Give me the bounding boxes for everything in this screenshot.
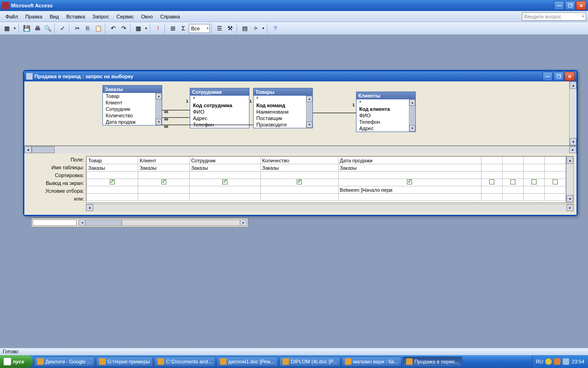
grid-cell[interactable] xyxy=(138,172,189,179)
show-checkbox[interactable] xyxy=(110,179,115,184)
grid-vscrollbar[interactable]: ▴ ▾ xyxy=(566,156,574,203)
menu-help[interactable]: Справка xyxy=(157,12,184,21)
menu-window[interactable]: Окно xyxy=(137,12,157,21)
volume-icon[interactable] xyxy=(563,358,569,365)
taskbar-item[interactable]: C:\Documents and... xyxy=(154,356,215,367)
grid-cell[interactable] xyxy=(502,194,523,201)
scroll-thumb[interactable] xyxy=(32,146,55,153)
table-field[interactable]: Код клиента xyxy=(356,106,415,112)
grid-cell[interactable]: Количество xyxy=(260,157,338,164)
menu-edit[interactable]: Правка xyxy=(22,12,46,21)
table-scrollbar[interactable]: ▴▾ xyxy=(155,93,162,125)
dbwindow-button[interactable]: ▤ xyxy=(240,23,250,34)
table-field[interactable]: Дата продаж xyxy=(103,119,162,125)
grid-cell[interactable]: Between [Начало пери xyxy=(338,186,481,194)
grid-cell[interactable]: Дата продажи xyxy=(338,157,481,164)
view-button[interactable]: ▦ xyxy=(2,23,12,34)
undo-button[interactable]: ↶ xyxy=(108,23,118,34)
table-field[interactable]: * xyxy=(254,96,312,102)
table-title[interactable]: Товары xyxy=(254,88,312,96)
menu-view[interactable]: Вид xyxy=(46,12,62,21)
taskbar-item[interactable]: магазин вари : ба... xyxy=(342,356,401,367)
newobj-dropdown[interactable]: ▾ xyxy=(261,23,266,34)
taskbar-item[interactable]: Диалоги - Google ... xyxy=(34,356,95,367)
querytype-button[interactable]: ▦ xyxy=(133,23,143,34)
start-button[interactable]: пуск xyxy=(0,355,33,368)
show-checkbox[interactable] xyxy=(553,179,558,184)
help-button[interactable]: ? xyxy=(270,23,280,34)
table-title[interactable]: Заказы xyxy=(103,86,162,93)
grid-cell[interactable] xyxy=(544,157,565,164)
show-checkbox[interactable] xyxy=(510,179,515,184)
grid-cell[interactable] xyxy=(260,172,338,179)
querytype-dropdown[interactable]: ▾ xyxy=(144,23,148,34)
scroll-down-icon[interactable]: ▾ xyxy=(566,195,573,202)
minimize-button[interactable]: — xyxy=(554,1,564,10)
cut-button[interactable]: ✂ xyxy=(72,23,82,34)
grid-cell[interactable]: Заказы xyxy=(189,164,260,172)
save-button[interactable]: 💾 xyxy=(22,23,32,34)
scroll-right-icon[interactable]: ▸ xyxy=(240,220,246,225)
newobj-button[interactable]: ✧ xyxy=(250,23,260,34)
taskbar-item[interactable]: Продажа в перио... xyxy=(403,356,463,367)
paste-button[interactable]: 📋 xyxy=(93,23,103,34)
grid-cell[interactable] xyxy=(260,194,338,201)
grid-cell[interactable] xyxy=(481,164,502,172)
totals-button[interactable]: Σ xyxy=(178,23,188,34)
grid-cell[interactable] xyxy=(523,186,544,194)
grid-cell[interactable] xyxy=(338,194,481,201)
grid-cell[interactable] xyxy=(502,179,523,186)
preview-button[interactable]: 🔍 xyxy=(43,23,53,34)
menu-tools[interactable]: Сервис xyxy=(113,12,137,21)
grid-cell[interactable] xyxy=(481,172,502,179)
table-field[interactable]: Наименовани xyxy=(254,109,312,115)
help-question-input[interactable]: Введите вопрос ▾ xyxy=(522,12,586,21)
table-field[interactable]: Поставщик xyxy=(254,115,312,121)
design-grid[interactable]: ТоварКлиентСотрудникКоличествоДата прода… xyxy=(86,156,566,203)
table-field[interactable]: Количество xyxy=(103,112,162,119)
grid-cell[interactable] xyxy=(523,172,544,179)
scroll-right-icon[interactable]: ▸ xyxy=(566,204,574,211)
nav-box[interactable] xyxy=(33,219,77,226)
redo-button[interactable]: ↷ xyxy=(119,23,129,34)
grid-cell[interactable] xyxy=(502,172,523,179)
show-checkbox[interactable] xyxy=(161,179,166,184)
scroll-thumb[interactable] xyxy=(85,220,122,225)
table-box[interactable]: Сотрудники*Код сотрудникаФИОАдресТелефон xyxy=(190,88,249,128)
scroll-up-icon[interactable]: ▴ xyxy=(570,81,577,89)
grid-hscrollbar[interactable]: ◂ ▸ xyxy=(86,204,574,211)
grid-cell[interactable]: Заказы xyxy=(87,164,138,172)
table-field[interactable]: * xyxy=(190,96,249,102)
table-field[interactable]: ФИО xyxy=(190,109,249,115)
table-field[interactable]: Код сотрудника xyxy=(190,102,249,109)
taskbar-item[interactable]: G:\терия примеры xyxy=(96,356,153,367)
query-minimize-button[interactable]: — xyxy=(543,72,553,81)
show-checkbox[interactable] xyxy=(489,179,494,184)
nav-hscrollbar[interactable]: ◂ ▸ xyxy=(79,219,247,226)
scroll-left-icon[interactable]: ◂ xyxy=(79,220,85,225)
grid-cell[interactable]: Клиент xyxy=(138,157,189,164)
spell-button[interactable]: ✓ xyxy=(57,23,68,34)
menu-file[interactable]: Файл xyxy=(2,12,22,21)
grid-cell[interactable] xyxy=(87,194,138,201)
grid-cell[interactable] xyxy=(87,172,138,179)
show-checkbox[interactable] xyxy=(531,179,537,184)
run-button[interactable]: ! xyxy=(153,23,163,34)
menu-insert[interactable]: Вставка xyxy=(62,12,89,21)
grid-cell[interactable] xyxy=(338,179,481,186)
grid-cell[interactable] xyxy=(544,172,565,179)
grid-cell[interactable] xyxy=(338,172,481,179)
show-checkbox[interactable] xyxy=(222,179,227,184)
build-button[interactable]: ⚒ xyxy=(225,23,235,34)
show-checkbox[interactable] xyxy=(297,179,302,184)
table-field[interactable]: Адрес xyxy=(190,115,249,121)
menu-query[interactable]: Запрос xyxy=(89,12,113,21)
taskbar-item[interactable]: диплом1.doc [Реж... xyxy=(217,356,278,367)
close-button[interactable]: ✕ xyxy=(576,1,586,10)
grid-cell[interactable] xyxy=(523,164,544,172)
table-field[interactable]: Производите xyxy=(254,121,312,128)
grid-cell[interactable] xyxy=(481,179,502,186)
diagram-hscrollbar[interactable]: ◂ ▸ xyxy=(24,146,577,153)
grid-cell[interactable] xyxy=(189,186,260,194)
grid-cell[interactable] xyxy=(544,194,565,201)
